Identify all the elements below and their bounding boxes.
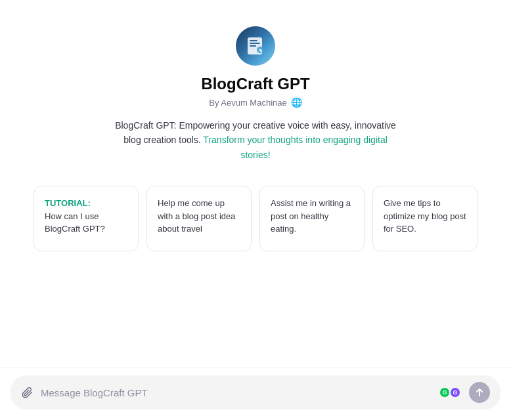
suggestion-card-tutorial-text: TUTORIAL: How can I use BlogCraft GPT? bbox=[45, 197, 127, 236]
grammarly-icon: G G bbox=[440, 388, 460, 397]
input-area: G G bbox=[11, 375, 500, 410]
attach-icon bbox=[21, 386, 34, 399]
send-icon bbox=[475, 388, 484, 397]
tutorial-label: TUTORIAL: bbox=[45, 198, 91, 208]
app-title: BlogCraft GPT bbox=[201, 75, 309, 93]
suggestion-card-seo-text: Give me tips to optimize my blog post fo… bbox=[384, 197, 466, 236]
svg-rect-1 bbox=[250, 40, 257, 41]
main-content: ✎ BlogCraft GPT By Aevum Machinae 🌐 Blog… bbox=[0, 0, 511, 367]
svg-rect-2 bbox=[250, 43, 260, 44]
app-avatar: ✎ bbox=[236, 26, 275, 66]
bottom-bar: G G bbox=[0, 367, 511, 420]
grammarly-purple-dot: G bbox=[451, 388, 460, 397]
attach-button[interactable] bbox=[21, 386, 34, 399]
suggestion-card-seo[interactable]: Give me tips to optimize my blog post fo… bbox=[372, 186, 478, 251]
app-author: By Aevum Machinae 🌐 bbox=[209, 97, 302, 108]
app-description: BlogCraft GPT: Empowering your creative … bbox=[111, 118, 400, 162]
suggestion-card-travel[interactable]: Help me come up with a blog post idea ab… bbox=[146, 186, 252, 251]
avatar-inner: ✎ bbox=[236, 26, 275, 66]
author-text: By Aevum Machinae bbox=[209, 98, 287, 108]
suggestion-card-travel-text: Help me come up with a blog post idea ab… bbox=[158, 197, 240, 236]
right-buttons: G G bbox=[436, 382, 490, 403]
suggestion-card-healthy-text: Assist me in writing a post on healthy e… bbox=[271, 197, 353, 236]
grammarly-button[interactable]: G G bbox=[436, 385, 464, 400]
message-input[interactable] bbox=[41, 387, 430, 398]
suggestion-card-healthy[interactable]: Assist me in writing a post on healthy e… bbox=[259, 186, 365, 251]
send-button[interactable] bbox=[469, 382, 490, 403]
globe-icon: 🌐 bbox=[291, 97, 302, 108]
svg-rect-3 bbox=[250, 45, 256, 47]
suggestion-cards: TUTORIAL: How can I use BlogCraft GPT? H… bbox=[7, 186, 504, 251]
grammarly-green-dot: G bbox=[440, 388, 449, 397]
description-part2: Transform your thoughts into engaging di… bbox=[203, 135, 387, 159]
suggestion-card-tutorial[interactable]: TUTORIAL: How can I use BlogCraft GPT? bbox=[33, 186, 139, 251]
avatar-svg-icon: ✎ bbox=[244, 34, 267, 58]
svg-text:✎: ✎ bbox=[259, 49, 263, 53]
